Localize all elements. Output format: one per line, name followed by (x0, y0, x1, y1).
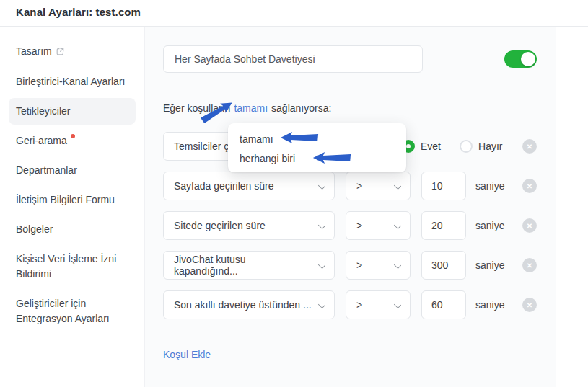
triggers-panel: Eğer koşullarıntamamısağlanıyorsa: Temsi… (144, 27, 556, 387)
chevron-down-icon (318, 222, 325, 229)
unit-label: saniye (475, 220, 504, 231)
page-header: Kanal Ayarları: test.com (0, 0, 588, 26)
sentence-suffix: sağlanıyorsa: (271, 102, 331, 114)
chevron-down-icon (318, 262, 325, 269)
sidebar-item-departments[interactable]: Departmanlar (9, 157, 136, 184)
operator-select[interactable]: > (346, 172, 411, 200)
add-condition-link[interactable]: Koşul Ekle (163, 349, 211, 360)
close-icon: ✕ (527, 301, 532, 309)
chevron-down-icon (394, 262, 401, 269)
sidebar-item-contact-info-form[interactable]: İletişim Bilgileri Formu (9, 187, 136, 213)
sidebar-item-unifier-channel-settings[interactable]: Birleştirici-Kanal Ayarları (9, 68, 136, 95)
condition-value-input[interactable] (421, 251, 466, 280)
sidebar-item-developer-integration[interactable]: Geliştiriciler için Entegrasyon Ayarları (9, 290, 136, 332)
close-icon: ✕ (527, 182, 532, 190)
condition-row-time-on-page: Sayfada geçirilen süre > saniye ✕ (163, 172, 537, 200)
remove-condition-button[interactable]: ✕ (522, 139, 537, 154)
operator-select[interactable]: > (346, 211, 411, 240)
condition-row-last-smart-invitation: Son akıllı davetiye üstünden ... > saniy… (163, 290, 537, 319)
condition-field-select[interactable]: Son akıllı davetiye üstünden ... (163, 290, 335, 319)
sidebar-item-triggers[interactable]: Tetikleyiciler (9, 98, 136, 125)
condition-mode-link[interactable]: tamamı (234, 102, 268, 115)
condition-mode-dropdown: tamamı herhangi biri (228, 123, 406, 172)
sidebar-item-personal-data-notice[interactable]: Kişisel Veri İşleme İzni Bildirimi (9, 246, 136, 288)
close-icon: ✕ (527, 143, 532, 151)
unit-label: saniye (475, 299, 504, 311)
condition-sentence: Eğer koşullarıntamamısağlanıyorsa: (163, 102, 537, 114)
operator-select[interactable]: > (346, 251, 411, 280)
condition-field-select[interactable]: Sayfada geçirilen süre (163, 172, 335, 200)
invitation-toggle[interactable] (504, 50, 537, 68)
close-icon: ✕ (527, 262, 532, 270)
chevron-down-icon (394, 182, 401, 190)
condition-row-time-on-site: Sitede geçirilen süre > saniye ✕ (163, 211, 537, 240)
notification-dot-icon (71, 134, 75, 138)
remove-condition-button[interactable]: ✕ (522, 298, 537, 312)
condition-value-input[interactable] (421, 290, 466, 319)
unit-label: saniye (475, 259, 504, 271)
sidebar-item-callback[interactable]: Geri-arama (9, 128, 136, 154)
invitation-name-row (163, 45, 537, 73)
condition-field-select[interactable]: Sitede geçirilen süre (163, 211, 335, 240)
operator-select[interactable]: > (346, 290, 411, 319)
remove-condition-button[interactable]: ✕ (522, 218, 537, 233)
condition-value-input[interactable] (421, 211, 466, 240)
radio-no[interactable]: Hayır (460, 140, 502, 153)
close-icon: ✕ (527, 222, 532, 230)
radio-yes[interactable]: Evet (402, 140, 441, 153)
page-title: Kanal Ayarları: test.com (16, 6, 141, 18)
chevron-down-icon (394, 222, 401, 229)
sidebar-item-regions[interactable]: Bölgeler (9, 216, 136, 243)
condition-value-input[interactable] (421, 172, 466, 200)
channel-settings-page: Kanal Ayarları: test.com Tasarım Birleşt… (0, 0, 588, 387)
external-link-icon (56, 45, 64, 60)
dropdown-option-all[interactable]: tamamı (228, 129, 406, 148)
unit-label: saniye (475, 180, 504, 192)
chevron-down-icon (394, 301, 401, 308)
chevron-down-icon (318, 301, 325, 308)
condition-row-chat-closed: JivoChat kutusu kapandığınd... > saniye … (163, 251, 537, 280)
sentence-prefix: Eğer koşulların (163, 102, 230, 114)
radio-unselected-icon (460, 140, 473, 153)
dropdown-option-any[interactable]: herhangi biri (228, 148, 406, 168)
invitation-name-input[interactable] (163, 45, 423, 73)
remove-condition-button[interactable]: ✕ (522, 179, 537, 193)
remove-condition-button[interactable]: ✕ (522, 258, 537, 272)
settings-sidebar: Tasarım Birleştirici-Kanal Ayarları Teti… (0, 27, 144, 387)
toggle-knob (521, 52, 535, 66)
agent-radio-group: Evet Hayır (402, 140, 502, 153)
chevron-down-icon (318, 182, 325, 190)
sidebar-item-design[interactable]: Tasarım (9, 38, 136, 66)
condition-field-select[interactable]: JivoChat kutusu kapandığınd... (163, 251, 335, 280)
